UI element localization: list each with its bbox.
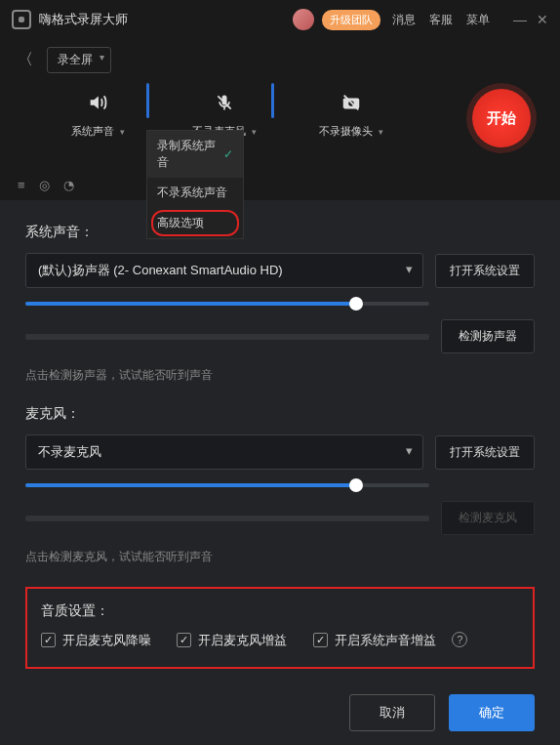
checkbox-icon: ✓ bbox=[313, 633, 328, 647]
minimize-button[interactable]: — bbox=[513, 12, 527, 27]
list-icon[interactable]: ≡ bbox=[18, 178, 25, 192]
camera-off-icon bbox=[340, 91, 363, 114]
mic-device-select[interactable]: 不录麦克风 bbox=[25, 435, 423, 470]
slider-thumb[interactable] bbox=[349, 478, 363, 492]
start-record-button[interactable]: 开始 bbox=[472, 89, 531, 147]
cancel-button[interactable]: 取消 bbox=[349, 694, 435, 731]
checkbox-icon: ✓ bbox=[41, 633, 56, 647]
audio-quality-section: 音质设置： ✓开启麦克风降噪 ✓开启麦克风增益 ✓开启系统声音增益 ? bbox=[25, 587, 535, 669]
record-mode-select[interactable]: 录全屏 bbox=[47, 47, 111, 73]
mic-off-icon bbox=[213, 91, 236, 114]
system-sound-section-label: 系统声音： bbox=[25, 224, 535, 241]
mic-level-meter bbox=[25, 516, 429, 521]
target-icon[interactable]: ◎ bbox=[39, 178, 50, 192]
dropdown-item-record-sys[interactable]: 录制系统声音✓ bbox=[147, 131, 243, 178]
mic-volume-slider[interactable] bbox=[25, 483, 429, 487]
controls-row: 系统声音 不录麦克风 不录摄像头 开始 录制系统声音✓ 不录系统声音 高级选项 bbox=[0, 81, 560, 139]
system-sound-device-select[interactable]: (默认)扬声器 (2- Conexant SmartAudio HD) bbox=[25, 253, 423, 288]
titlebar: 嗨格式录屏大师 升级团队 消息 客服 菜单 — ✕ bbox=[0, 0, 560, 39]
dialog-footer: 取消 确定 bbox=[25, 694, 535, 731]
detect-speaker-button[interactable]: 检测扬声器 bbox=[441, 319, 535, 353]
open-system-settings-button-2[interactable]: 打开系统设置 bbox=[435, 435, 535, 470]
speaker-hint: 点击检测扬声器，试试能否听到声音 bbox=[25, 367, 535, 384]
app-title: 嗨格式录屏大师 bbox=[39, 11, 293, 28]
help-icon[interactable]: ? bbox=[452, 632, 467, 647]
checkbox-mic-gain[interactable]: ✓开启麦克风增益 bbox=[177, 632, 287, 649]
advanced-settings-dialog: 系统声音： (默认)扬声器 (2- Conexant SmartAudio HD… bbox=[0, 200, 560, 745]
detect-mic-button: 检测麦克风 bbox=[441, 501, 535, 535]
checkbox-noise-reduction[interactable]: ✓开启麦克风降噪 bbox=[41, 632, 151, 649]
mic-hint: 点击检测麦克风，试试能否听到声音 bbox=[25, 549, 535, 565]
main-window: 嗨格式录屏大师 升级团队 消息 客服 菜单 — ✕ 〈 录全屏 系统声音 不录麦… bbox=[0, 0, 560, 200]
system-sound-control[interactable]: 系统声音 bbox=[59, 91, 137, 139]
nav-messages[interactable]: 消息 bbox=[392, 12, 416, 28]
system-sound-dropdown: 录制系统声音✓ 不录系统声音 高级选项 bbox=[146, 130, 244, 239]
check-icon: ✓ bbox=[223, 147, 233, 161]
mic-section-label: 麦克风： bbox=[25, 405, 535, 423]
checkbox-icon: ✓ bbox=[177, 633, 191, 647]
dropdown-item-advanced[interactable]: 高级选项 bbox=[147, 208, 243, 238]
status-bar: ≡ ◎ ◔ bbox=[0, 139, 560, 200]
speaker-level-meter bbox=[25, 334, 429, 340]
record-mode-label: 录全屏 bbox=[58, 53, 93, 66]
slider-fill bbox=[25, 302, 356, 306]
speaker-icon bbox=[86, 91, 109, 114]
nav-support[interactable]: 客服 bbox=[429, 12, 453, 28]
close-button[interactable]: ✕ bbox=[537, 12, 548, 27]
mode-row: 〈 录全屏 bbox=[0, 39, 560, 81]
system-sound-label: 系统声音 bbox=[71, 124, 125, 139]
ok-button[interactable]: 确定 bbox=[449, 694, 535, 731]
timer-icon[interactable]: ◔ bbox=[63, 178, 74, 192]
slider-fill bbox=[25, 483, 356, 487]
back-button[interactable]: 〈 bbox=[18, 50, 33, 70]
upgrade-badge[interactable]: 升级团队 bbox=[322, 10, 380, 30]
checkbox-system-gain[interactable]: ✓开启系统声音增益 bbox=[313, 632, 436, 649]
open-system-settings-button[interactable]: 打开系统设置 bbox=[435, 254, 535, 288]
user-avatar[interactable] bbox=[293, 9, 314, 30]
camera-control[interactable]: 不录摄像头 bbox=[312, 91, 390, 139]
system-volume-slider[interactable] bbox=[25, 302, 429, 306]
nav-menu[interactable]: 菜单 bbox=[466, 12, 490, 28]
slider-thumb[interactable] bbox=[349, 297, 363, 310]
camera-label: 不录摄像头 bbox=[319, 124, 383, 139]
dropdown-item-no-sys[interactable]: 不录系统声音 bbox=[147, 178, 243, 208]
volume-bar-sys[interactable] bbox=[146, 83, 149, 118]
volume-bar-mic[interactable] bbox=[271, 83, 274, 118]
quality-label: 音质设置： bbox=[41, 602, 519, 620]
app-logo-icon bbox=[12, 10, 31, 29]
